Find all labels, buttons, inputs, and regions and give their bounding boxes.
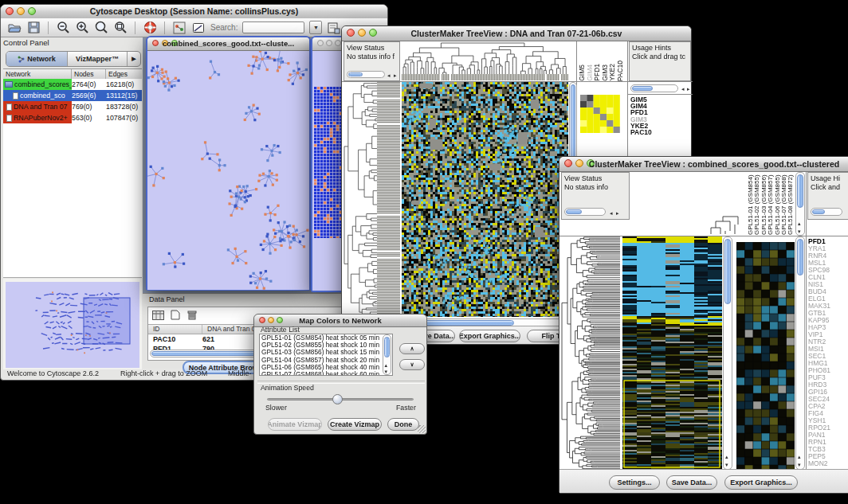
- annotation-icon[interactable]: [191, 21, 206, 35]
- save-data-button[interactable]: Save Data...: [666, 475, 717, 490]
- data-col-id[interactable]: ID: [148, 325, 202, 334]
- heatmap-canvas[interactable]: [622, 236, 722, 470]
- minimize-button[interactable]: [326, 40, 332, 46]
- zoom-button[interactable]: [335, 40, 341, 46]
- scroll-right-arrow[interactable]: ▸: [687, 86, 690, 92]
- usage-hints-scrollbar[interactable]: [811, 208, 842, 216]
- zoom-in-icon[interactable]: [75, 21, 89, 35]
- export-graphics-button[interactable]: Export Graphics...: [724, 475, 798, 490]
- network-graph-canvas[interactable]: [147, 51, 309, 290]
- genelist-vscrollbar[interactable]: ▴ ▾: [795, 236, 805, 470]
- scroll-thumb[interactable]: [566, 209, 582, 214]
- row-dendrogram-canvas[interactable]: [344, 82, 400, 317]
- animate-vizmap-button[interactable]: Animate Vizmap: [268, 418, 322, 431]
- done-button[interactable]: Done: [387, 418, 419, 431]
- tab-network[interactable]: Network: [6, 52, 68, 66]
- zoom-fit-icon[interactable]: [94, 21, 108, 35]
- heatmap-vscrollbar[interactable]: ▴ ▾: [723, 236, 732, 470]
- attribute-list-scrollbar[interactable]: ▴ ▾: [383, 334, 391, 375]
- column-label[interactable]: GPL51-02 (GSM855): [753, 173, 760, 235]
- scroll-right-arrow[interactable]: ▸: [394, 72, 397, 78]
- network-manager-icon[interactable]: [172, 21, 186, 35]
- scroll-right-arrow[interactable]: ▸: [616, 210, 619, 216]
- main-titlebar[interactable]: Cytoscape Desktop (Session Name: collins…: [1, 5, 387, 19]
- scroll-thumb[interactable]: [797, 174, 803, 208]
- usage-hints-text: Click and drag tc: [632, 53, 688, 61]
- attribute-item[interactable]: GPL51-07 (GSM868) heat shock 60 min: [261, 371, 392, 376]
- search-dropdown-arrow[interactable]: ▼: [309, 21, 322, 34]
- close-button[interactable]: [564, 159, 572, 167]
- treeview1-titlebar[interactable]: ClusterMaker TreeView : DNA and Tran 07-…: [342, 26, 691, 41]
- column-label[interactable]: GPL51-06 (GSM865): [774, 173, 780, 235]
- scroll-left-arrow[interactable]: ◂: [387, 72, 391, 78]
- scroll-thumb[interactable]: [724, 239, 731, 304]
- scroll-down-arrow[interactable]: ▾: [725, 462, 728, 467]
- treeview2-titlebar[interactable]: ClusterMaker TreeView : combined_scores_…: [559, 157, 848, 172]
- column-label[interactable]: YKE2: [608, 64, 616, 81]
- view-status-scrollbar[interactable]: [564, 208, 606, 216]
- summary-hscrollbar[interactable]: [630, 84, 678, 92]
- zoom-out-icon[interactable]: [56, 21, 70, 35]
- open-file-icon[interactable]: [7, 21, 22, 35]
- save-icon[interactable]: [26, 21, 41, 35]
- network-row[interactable]: combined_sco 2569(6) 13112(15): [3, 90, 142, 101]
- row-label[interactable]: PAC10: [630, 129, 652, 135]
- network-row[interactable]: combined_scores_ 2764(0) 16218(0): [3, 79, 142, 90]
- move-down-button[interactable]: ∨: [399, 359, 425, 370]
- correlation-matrix-canvas[interactable]: [580, 95, 620, 133]
- scroll-up-arrow[interactable]: ▴: [798, 221, 801, 226]
- help-lifering-icon[interactable]: [143, 21, 157, 35]
- zoom-selected-icon[interactable]: [113, 21, 128, 35]
- column-dendrogram-canvas[interactable]: [402, 41, 568, 80]
- scroll-thumb[interactable]: [632, 86, 653, 91]
- network-row[interactable]: RNAPuberNov2+ 563(0) 107847(0): [3, 112, 142, 123]
- scroll-up-arrow[interactable]: ▴: [385, 362, 388, 368]
- resize-grip[interactable]: [418, 425, 426, 433]
- export-graphics-button[interactable]: Export Graphics...: [459, 330, 520, 342]
- scroll-thumb[interactable]: [797, 239, 803, 275]
- column-label[interactable]: GPL51-04 (GSM857): [767, 173, 773, 235]
- animation-speed-slider-thumb[interactable]: [332, 394, 343, 404]
- column-label[interactable]: PAC10: [616, 61, 624, 81]
- scroll-down-arrow[interactable]: ▾: [798, 229, 801, 234]
- scroll-left-arrow[interactable]: ◂: [610, 210, 613, 216]
- tab-vizmapper[interactable]: VizMapper™: [68, 52, 128, 66]
- new-attribute-icon[interactable]: [168, 309, 182, 321]
- scroll-up-arrow[interactable]: ▴: [798, 454, 801, 459]
- delete-attribute-icon[interactable]: [185, 309, 198, 321]
- network-view-2-titlebar[interactable]: [312, 37, 344, 51]
- network-view-titlebar[interactable]: combined_scores_good.txt--cluste...: [147, 37, 309, 51]
- view-status-scrollbar[interactable]: [347, 71, 385, 78]
- minimize-button[interactable]: [575, 159, 583, 167]
- report-icon[interactable]: [327, 21, 341, 35]
- scroll-down-arrow[interactable]: ▾: [385, 369, 388, 374]
- column-label[interactable]: GIM3: [601, 64, 609, 81]
- column-dendrogram-canvas[interactable]: [631, 172, 745, 235]
- scroll-down-arrow[interactable]: ▾: [798, 462, 801, 467]
- row-dendrogram-canvas[interactable]: [561, 236, 622, 470]
- scroll-thumb[interactable]: [348, 72, 363, 76]
- column-label[interactable]: GPL51-03 (GSM856): [760, 173, 767, 235]
- birdseye-canvas[interactable]: [6, 282, 139, 368]
- column-label[interactable]: GIM4: [586, 64, 594, 81]
- create-vizmap-button[interactable]: Create Vizmap: [328, 418, 382, 431]
- network-row[interactable]: DNA and Tran 07 769(0) 183728(0): [3, 101, 142, 112]
- table-mode-icon[interactable]: [151, 309, 165, 321]
- column-label[interactable]: GPL51-08 (GSM872): [787, 173, 793, 235]
- scroll-thumb[interactable]: [812, 209, 825, 214]
- scroll-up-arrow[interactable]: ▴: [725, 454, 728, 459]
- heatmap-canvas[interactable]: [402, 82, 568, 317]
- close-button[interactable]: [317, 40, 324, 46]
- zoomed-heatmap-canvas[interactable]: [736, 242, 795, 470]
- scroll-left-arrow[interactable]: ◂: [681, 86, 685, 92]
- tab-overflow-arrow[interactable]: ▶: [128, 52, 140, 66]
- labels-vscrollbar[interactable]: ▴ ▾: [795, 172, 805, 236]
- matrix-network-canvas[interactable]: [314, 87, 341, 238]
- settings-button[interactable]: Settings...: [609, 475, 660, 490]
- column-label[interactable]: PFD1: [593, 64, 601, 81]
- gene-label[interactable]: MON2: [808, 460, 848, 467]
- search-input[interactable]: [242, 21, 304, 33]
- move-up-button[interactable]: ∧: [399, 343, 425, 354]
- column-label[interactable]: GIM5: [578, 64, 586, 81]
- scroll-thumb[interactable]: [384, 337, 390, 357]
